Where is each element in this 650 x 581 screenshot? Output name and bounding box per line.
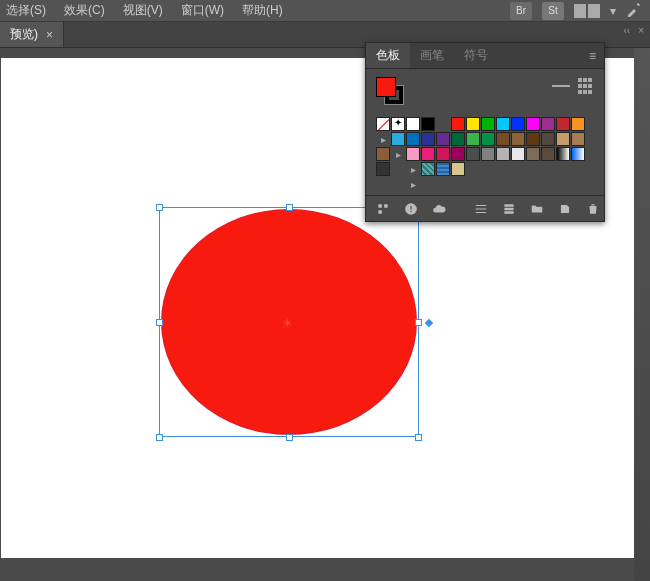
row-expand-icon[interactable]: ▸ — [391, 147, 405, 161]
center-point-icon: ✳ — [281, 317, 293, 329]
swatch[interactable] — [406, 117, 420, 131]
swatch[interactable] — [571, 147, 585, 161]
show-swatch-kinds-icon[interactable] — [404, 201, 418, 217]
swatches-panel[interactable]: 色板 画笔 符号 ≡ ▸▸▸▸ — [365, 42, 605, 222]
menu-window[interactable]: 窗口(W) — [181, 2, 224, 19]
swatch[interactable] — [511, 147, 525, 161]
close-panel-icon[interactable]: × — [638, 25, 644, 36]
swatch[interactable] — [496, 132, 510, 146]
tab-brushes[interactable]: 画笔 — [410, 43, 454, 68]
swatch[interactable] — [556, 117, 570, 131]
swatch[interactable] — [406, 132, 420, 146]
right-gutter — [634, 48, 650, 581]
swatch[interactable] — [421, 132, 435, 146]
tab-symbols[interactable]: 符号 — [454, 43, 498, 68]
menubar: 选择(S) 效果(C) 视图(V) 窗口(W) 帮助(H) Br St ▾ — [0, 0, 650, 22]
swatch[interactable] — [526, 147, 540, 161]
swatch[interactable] — [436, 132, 450, 146]
fill-swatch[interactable] — [376, 77, 396, 97]
swatch[interactable] — [541, 147, 555, 161]
swatch[interactable] — [376, 162, 390, 176]
resize-handle-bm[interactable] — [286, 434, 293, 441]
swatch[interactable] — [541, 132, 555, 146]
document-tab[interactable]: 预览) × — [0, 22, 64, 47]
swatch[interactable] — [511, 117, 525, 131]
swatch[interactable] — [466, 132, 480, 146]
swatch[interactable] — [436, 147, 450, 161]
swatch[interactable] — [421, 162, 435, 176]
swatch[interactable] — [556, 147, 570, 161]
menu-help[interactable]: 帮助(H) — [242, 2, 283, 19]
cloud-icon[interactable] — [432, 201, 446, 217]
new-swatch-icon[interactable] — [558, 201, 572, 217]
fill-stroke-proxy[interactable] — [376, 77, 406, 107]
swatch[interactable] — [526, 117, 540, 131]
panel-body: ▸▸▸▸ — [366, 69, 604, 195]
close-icon[interactable]: × — [46, 28, 53, 42]
swatch[interactable] — [511, 132, 525, 146]
trash-icon[interactable] — [586, 201, 600, 217]
list-view-icon[interactable] — [552, 77, 570, 95]
swatch[interactable] — [451, 162, 465, 176]
swatch[interactable] — [496, 117, 510, 131]
grid-view-icon[interactable] — [576, 77, 594, 95]
swatch[interactable] — [421, 117, 435, 131]
swatch[interactable] — [391, 132, 405, 146]
swatch[interactable] — [571, 132, 585, 146]
workspace-switcher[interactable] — [574, 4, 600, 18]
row-expand-icon[interactable]: ▸ — [406, 162, 420, 176]
swatch-options-icon[interactable] — [474, 201, 488, 217]
document-tab-title: 预览) — [10, 26, 38, 43]
bridge-button[interactable]: Br — [510, 2, 532, 20]
swatch[interactable] — [481, 117, 495, 131]
resize-handle-br[interactable] — [415, 434, 422, 441]
swatch[interactable] — [451, 147, 465, 161]
menu-view[interactable]: 视图(V) — [123, 2, 163, 19]
resize-handle-lm[interactable] — [156, 319, 163, 326]
swatch-libraries-icon[interactable] — [376, 201, 390, 217]
stock-button[interactable]: St — [542, 2, 564, 20]
swatch[interactable] — [466, 147, 480, 161]
resize-handle-rm[interactable] — [415, 319, 422, 326]
swatch[interactable] — [526, 132, 540, 146]
menu-select[interactable]: 选择(S) — [6, 2, 46, 19]
panel-footer — [366, 195, 604, 221]
panel-flyout-menu-icon[interactable]: ≡ — [589, 49, 604, 63]
swatch[interactable] — [391, 117, 405, 131]
swatch[interactable] — [496, 147, 510, 161]
swatch[interactable] — [451, 117, 465, 131]
fill-stroke-row — [376, 77, 594, 107]
swatch[interactable] — [541, 117, 555, 131]
swatch[interactable] — [436, 162, 450, 176]
chevron-down-icon[interactable]: ▾ — [610, 4, 616, 18]
swatch[interactable] — [481, 132, 495, 146]
swatch[interactable] — [466, 117, 480, 131]
collapse-panel-icon[interactable]: ‹‹ — [623, 25, 630, 36]
swatch[interactable] — [376, 117, 390, 131]
resize-handle-tl[interactable] — [156, 204, 163, 211]
feather-icon[interactable] — [626, 1, 642, 20]
row-expand-icon[interactable]: ▸ — [406, 177, 420, 191]
folder-icon[interactable] — [530, 201, 544, 217]
menu-effect[interactable]: 效果(C) — [64, 2, 105, 19]
view-toggles — [552, 77, 594, 95]
swatch[interactable] — [481, 147, 495, 161]
menubar-right-group: Br St ▾ — [510, 1, 650, 20]
swatch-grid: ▸▸▸▸ — [376, 117, 594, 191]
panel-tabs: 色板 画笔 符号 ≡ — [366, 43, 604, 69]
swatch[interactable] — [571, 117, 585, 131]
swatch[interactable] — [421, 147, 435, 161]
swatch[interactable] — [451, 132, 465, 146]
row-expand-icon[interactable]: ▸ — [376, 132, 390, 146]
color-group-icon[interactable] — [502, 201, 516, 217]
resize-handle-tm[interactable] — [286, 204, 293, 211]
swatch[interactable] — [376, 147, 390, 161]
swatch[interactable] — [406, 147, 420, 161]
tab-swatches[interactable]: 色板 — [366, 43, 410, 68]
resize-handle-bl[interactable] — [156, 434, 163, 441]
panel-window-controls: ‹‹ × — [623, 25, 644, 36]
swatch[interactable] — [556, 132, 570, 146]
